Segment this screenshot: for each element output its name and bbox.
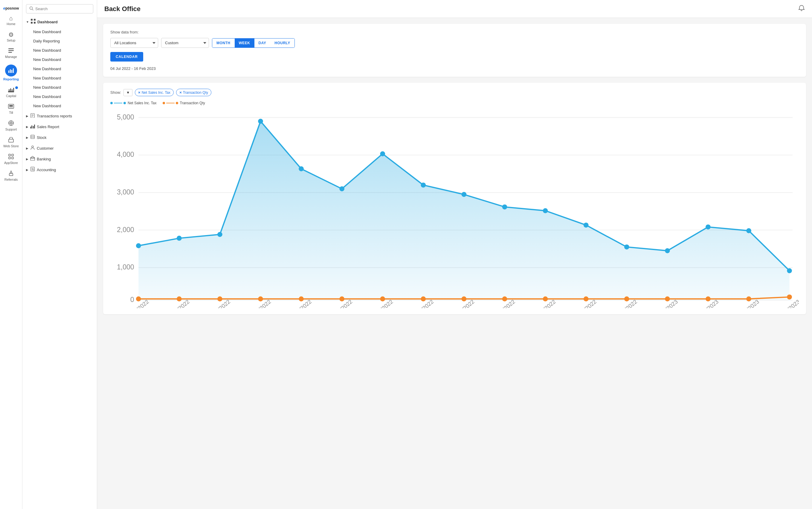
legend-transaction-qty: Transaction Qty bbox=[163, 101, 205, 105]
tag-net-sales-remove-icon[interactable]: × bbox=[138, 90, 140, 95]
sidebar-item-daily-reporting[interactable]: Daily Reporting bbox=[23, 36, 97, 46]
chart-card: Show: ▼ × Net Sales Inc. Tax × Transacti… bbox=[103, 83, 806, 314]
chart-dot-blue bbox=[299, 166, 304, 171]
svg-rect-4 bbox=[10, 69, 11, 73]
svg-rect-7 bbox=[8, 91, 14, 92]
chart-dot-blue bbox=[665, 248, 670, 253]
sidebar-item-new-dashboard-8[interactable]: New Dashboard bbox=[23, 101, 97, 110]
chart-dot-blue bbox=[787, 268, 792, 273]
page-title: Back Office bbox=[104, 5, 140, 13]
capital-badge bbox=[15, 86, 18, 89]
sidebar-item-new-dashboard-1[interactable]: New Dashboard bbox=[23, 27, 97, 36]
svg-rect-34 bbox=[34, 22, 36, 24]
search-input[interactable] bbox=[35, 7, 90, 11]
nav-item-support[interactable]: Support bbox=[0, 117, 22, 134]
legend-net-sales-label: Net Sales Inc. Tax bbox=[128, 101, 157, 105]
sidebar-section-transactions[interactable]: ▶ Transactions reports bbox=[23, 110, 97, 121]
chart-dot-blue bbox=[502, 204, 507, 209]
svg-rect-6 bbox=[13, 68, 14, 73]
chart-dot-blue bbox=[543, 208, 548, 213]
svg-rect-23 bbox=[9, 139, 13, 142]
sidebar-section-banking[interactable]: ▶ Banking bbox=[23, 154, 97, 164]
nav-item-referrals[interactable]: Referrals bbox=[0, 168, 22, 184]
period-select[interactable]: Custom Last 7 Days Last 30 Days This Mon… bbox=[161, 38, 209, 48]
svg-rect-15 bbox=[11, 107, 11, 108]
svg-rect-2 bbox=[8, 52, 12, 53]
chart-dot-blue bbox=[258, 119, 263, 124]
nav-item-reporting[interactable]: Reporting bbox=[0, 62, 22, 84]
calendar-button[interactable]: CALENDAR bbox=[110, 52, 143, 62]
search-box[interactable] bbox=[26, 4, 93, 13]
customer-chevron-icon: ▶ bbox=[26, 147, 28, 150]
filter-bottom: CALENDAR 04 Jul 2022 - 16 Feb 2023 bbox=[110, 49, 799, 71]
svg-rect-14 bbox=[9, 107, 10, 108]
period-day-button[interactable]: DAY bbox=[254, 38, 271, 47]
sidebar-item-new-dashboard-5[interactable]: New Dashboard bbox=[23, 73, 97, 83]
svg-rect-40 bbox=[31, 126, 32, 129]
search-icon bbox=[29, 6, 33, 11]
chart-dot-orange bbox=[543, 296, 548, 301]
chart-dot-blue bbox=[584, 223, 589, 228]
sidebar-section-accounting-label: Accounting bbox=[37, 168, 56, 172]
sidebar-section-dashboard[interactable]: ▼ Dashboard bbox=[23, 16, 97, 27]
location-select[interactable]: All Locations Location 1 Location 2 bbox=[110, 38, 158, 48]
svg-rect-43 bbox=[31, 135, 34, 139]
nav-item-webstore-label: Web Store bbox=[3, 144, 19, 148]
sidebar-section-sales-label: Sales Report bbox=[37, 125, 59, 129]
period-hourly-button[interactable]: HOURLY bbox=[270, 38, 294, 47]
tag-transaction-qty[interactable]: × Transaction Qty bbox=[176, 89, 211, 96]
nav-item-home[interactable]: ⌂ Home bbox=[0, 12, 22, 29]
tag-net-sales[interactable]: × Net Sales Inc. Tax bbox=[135, 89, 174, 96]
sidebar-item-new-dashboard-7[interactable]: New Dashboard bbox=[23, 92, 97, 101]
nav-item-capital[interactable]: Capital bbox=[0, 84, 22, 101]
support-icon bbox=[8, 121, 14, 127]
chart-dot-orange bbox=[502, 296, 507, 301]
sidebar-section-sales[interactable]: ▶ Sales Report bbox=[23, 121, 97, 132]
svg-rect-9 bbox=[10, 89, 11, 91]
referrals-icon bbox=[8, 171, 14, 177]
svg-rect-39 bbox=[30, 127, 31, 129]
sidebar-section-customer[interactable]: ▶ Customer bbox=[23, 143, 97, 154]
sales-chevron-icon: ▶ bbox=[26, 125, 28, 129]
svg-point-18 bbox=[10, 122, 12, 124]
capital-icon bbox=[8, 87, 14, 93]
chart-dot-orange bbox=[584, 296, 589, 301]
manage-icon bbox=[8, 48, 14, 54]
chart-dot-orange bbox=[746, 296, 751, 301]
svg-rect-32 bbox=[34, 19, 36, 21]
nav-item-webstore[interactable]: Web Store bbox=[0, 134, 22, 151]
setup-icon: ⚙ bbox=[8, 32, 14, 38]
sidebar-section-banking-label: Banking bbox=[37, 157, 51, 161]
chart-dot-orange bbox=[665, 296, 670, 301]
nav-item-appstore[interactable]: AppStore bbox=[0, 151, 22, 168]
svg-text:3,000: 3,000 bbox=[117, 188, 134, 196]
sidebar-section-accounting[interactable]: ▶ Accounting bbox=[23, 164, 97, 175]
filter-card: Show data from: All Locations Location 1… bbox=[103, 24, 806, 77]
sidebar-item-new-dashboard-2[interactable]: New Dashboard bbox=[23, 46, 97, 55]
svg-marker-48 bbox=[31, 156, 35, 158]
tag-transaction-qty-remove-icon[interactable]: × bbox=[179, 90, 182, 95]
chart-dot-blue bbox=[706, 224, 711, 229]
sidebar-item-new-dashboard-3[interactable]: New Dashboard bbox=[23, 55, 97, 64]
sidebar-item-new-dashboard-6[interactable]: New Dashboard bbox=[23, 83, 97, 92]
legend-orange-dot2-icon bbox=[176, 102, 178, 104]
accounting-chevron-icon: ▶ bbox=[26, 168, 28, 171]
nav-item-till[interactable]: Till bbox=[0, 101, 22, 117]
svg-rect-3 bbox=[8, 70, 9, 73]
period-week-button[interactable]: WEEK bbox=[235, 38, 254, 47]
nav-item-setup[interactable]: ⚙ Setup bbox=[0, 29, 22, 45]
chart-dot-blue bbox=[339, 186, 344, 192]
svg-rect-27 bbox=[12, 157, 13, 159]
banking-chevron-icon: ▶ bbox=[26, 158, 28, 161]
show-dropdown-button[interactable]: ▼ bbox=[123, 89, 132, 96]
notification-bell-icon[interactable] bbox=[798, 5, 805, 13]
sidebar-item-new-dashboard-4[interactable]: New Dashboard bbox=[23, 64, 97, 73]
nav-item-manage[interactable]: Manage bbox=[0, 45, 22, 62]
banking-icon bbox=[30, 156, 35, 162]
nav-item-till-label: Till bbox=[9, 111, 13, 114]
sidebar-section-stock[interactable]: ▶ Stock bbox=[23, 132, 97, 143]
period-month-button[interactable]: MONTH bbox=[212, 38, 235, 47]
chart-dot-blue bbox=[136, 243, 141, 248]
legend-transaction-qty-label: Transaction Qty bbox=[180, 101, 205, 105]
svg-line-30 bbox=[32, 9, 33, 10]
